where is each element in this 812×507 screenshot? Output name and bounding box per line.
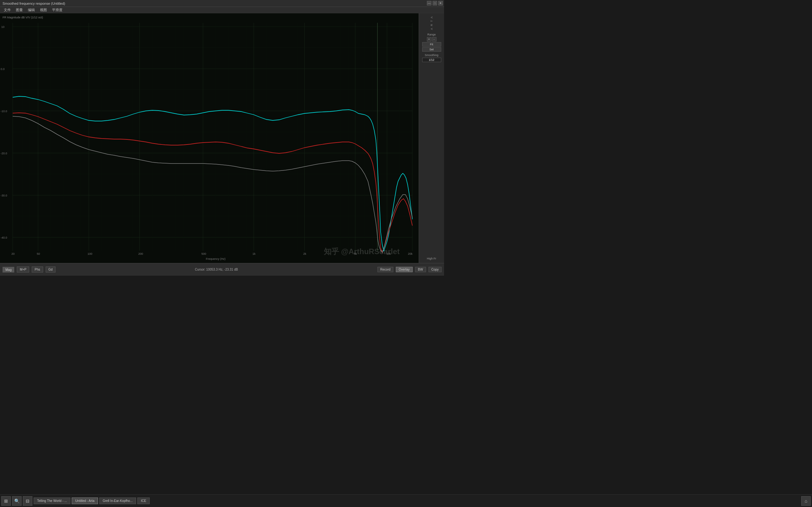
cursor-info: Cursor: 10053.3 Hz, -23.31 dB [195, 268, 238, 271]
svg-text:10k: 10k [386, 252, 391, 256]
range-label: Range [427, 33, 436, 37]
record-button[interactable]: Record [377, 267, 393, 272]
menu-smoothing[interactable]: 平滑度 [49, 7, 65, 13]
svg-text:500: 500 [201, 252, 206, 256]
svg-text:Frequency (Hz): Frequency (Hz) [206, 257, 225, 261]
menu-edit[interactable]: 编辑 [26, 7, 38, 13]
svg-text:200: 200 [138, 252, 143, 256]
right-panel: A R T A Range + - Fit Set Smoothing 1/12… [419, 13, 444, 263]
main-layout: 知乎 @ArthuRScarlet FR Magnitude dB V/V (1… [0, 13, 444, 263]
gd-tab[interactable]: Gd [46, 267, 55, 273]
smoothing-label: Smoothing [425, 54, 438, 57]
svg-text:20: 20 [11, 252, 14, 256]
range-section: Range + - Fit Set [420, 33, 443, 52]
svg-rect-0 [0, 13, 419, 263]
chart-area[interactable]: 知乎 @ArthuRScarlet FR Magnitude dB V/V (1… [0, 13, 419, 263]
smoothing-section: Smoothing 1/12 [420, 54, 443, 62]
svg-text:5k: 5k [354, 252, 357, 256]
svg-text:20k: 20k [408, 252, 413, 256]
arta-label: A R T A [430, 16, 433, 30]
svg-text:-20.0: -20.0 [1, 152, 7, 155]
phs-tab[interactable]: Phs [32, 267, 43, 273]
menu-view[interactable]: 图量 [13, 7, 26, 13]
mag-tab[interactable]: Mag [3, 267, 14, 273]
minimize-button[interactable]: — [427, 1, 432, 5]
high-fr-label: High Fr [427, 257, 437, 261]
overlay-button[interactable]: Overlay [396, 267, 412, 272]
fit-button[interactable]: Fit [422, 42, 441, 47]
svg-text:50: 50 [37, 252, 40, 256]
smoothing-value: 1/12 [422, 58, 441, 62]
svg-text:0.0: 0.0 [1, 67, 5, 71]
mp-tab[interactable]: M+P [17, 267, 29, 273]
svg-text:10: 10 [1, 25, 4, 29]
title-bar: Smoothed frequency response (Untitled) —… [0, 0, 444, 7]
svg-text:100: 100 [88, 252, 92, 256]
frequency-response-chart: FR Magnitude dB V/V (1/12 oct) 10 0.0 -1… [0, 13, 419, 263]
bw-button[interactable]: BW [415, 267, 426, 272]
menu-bar: 文件 图量 编辑 视图 平滑度 [0, 7, 444, 13]
range-arrows[interactable]: + - [427, 37, 437, 42]
svg-text:FR Magnitude dB V/V (1/12 oct): FR Magnitude dB V/V (1/12 oct) [3, 16, 43, 19]
window-controls[interactable]: — □ ✕ [427, 1, 443, 5]
svg-text:-30.0: -30.0 [1, 194, 7, 197]
title-bar-text: Smoothed frequency response (Untitled) [3, 2, 65, 5]
range-down-button[interactable]: - [432, 37, 437, 42]
status-bar: Mag M+P Phs Gd Cursor: 10053.3 Hz, -23.3… [0, 263, 444, 276]
menu-display[interactable]: 视图 [38, 7, 49, 13]
svg-text:1k: 1k [252, 252, 256, 256]
menu-file[interactable]: 文件 [1, 7, 13, 13]
close-button[interactable]: ✕ [438, 1, 443, 5]
maximize-button[interactable]: □ [433, 1, 437, 5]
high-fr-section: High Fr [420, 257, 443, 261]
svg-text:-40.0: -40.0 [1, 236, 7, 239]
set-button[interactable]: Set [422, 47, 441, 52]
copy-button[interactable]: Copy [428, 267, 442, 272]
range-up-button[interactable]: + [427, 37, 432, 42]
svg-text:-10.0: -10.0 [1, 110, 7, 113]
svg-text:2k: 2k [303, 252, 306, 256]
